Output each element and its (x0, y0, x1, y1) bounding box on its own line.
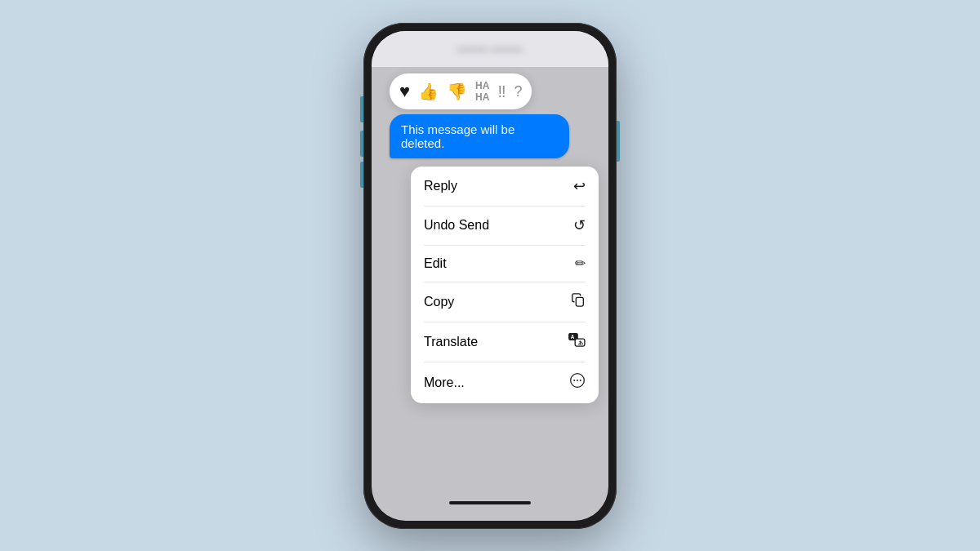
phone-frame: ●●●●● ●●●●● ♥ 👍 👎 HAHA ‼ ? (363, 23, 617, 529)
reply-label: Reply (424, 179, 457, 193)
haha-reaction[interactable]: HAHA (475, 80, 489, 104)
svg-text:A: A (571, 334, 575, 340)
message-area: ♥ 👍 👎 HAHA ‼ ? This message will be dele… (372, 73, 608, 159)
more-icon (569, 372, 586, 393)
svg-point-7 (577, 380, 578, 381)
edit-label: Edit (424, 256, 447, 271)
status-bar-text: ●●●●● ●●●●● (457, 44, 523, 54)
message-bubble: This message will be deleted. (390, 114, 569, 158)
content-wrapper: ♥ 👍 👎 HAHA ‼ ? This message will be dele… (372, 67, 608, 521)
svg-point-6 (573, 380, 575, 381)
menu-item-translate[interactable]: Translate A あ (411, 322, 599, 362)
svg-text:あ: あ (578, 340, 583, 347)
svg-point-8 (580, 380, 581, 381)
menu-item-undo-send[interactable]: Undo Send ↺ (411, 206, 599, 245)
thumbsup-reaction[interactable]: 👍 (418, 83, 439, 100)
svg-rect-0 (576, 298, 583, 307)
translate-icon: A あ (568, 332, 586, 351)
copy-icon (571, 292, 586, 311)
translate-label: Translate (424, 335, 478, 349)
menu-item-reply[interactable]: Reply ↩ (411, 167, 599, 206)
reply-icon: ↩ (573, 177, 586, 195)
thumbsdown-reaction[interactable]: 👎 (447, 83, 467, 100)
menu-item-edit[interactable]: Edit ✏ (411, 245, 599, 282)
copy-label: Copy (424, 295, 454, 309)
reaction-bar: ♥ 👍 👎 HAHA ‼ ? (390, 73, 532, 110)
context-menu: Reply ↩ Undo Send ↺ Edit ✏ Copy (411, 167, 599, 403)
undo-send-icon: ↺ (573, 216, 586, 234)
message-text: This message will be deleted. (401, 122, 514, 150)
question-reaction[interactable]: ? (514, 84, 522, 99)
status-bar: ●●●●● ●●●●● (372, 31, 608, 67)
edit-icon: ✏ (575, 256, 586, 271)
more-label: More... (424, 375, 465, 390)
menu-item-more[interactable]: More... (411, 362, 599, 403)
heart-reaction[interactable]: ♥ (399, 82, 410, 100)
undo-send-label: Undo Send (424, 218, 489, 233)
emphasis-reaction[interactable]: ‼ (497, 83, 506, 100)
menu-item-copy[interactable]: Copy (411, 282, 599, 322)
phone-screen: ●●●●● ●●●●● ♥ 👍 👎 HAHA ‼ ? (372, 31, 608, 521)
